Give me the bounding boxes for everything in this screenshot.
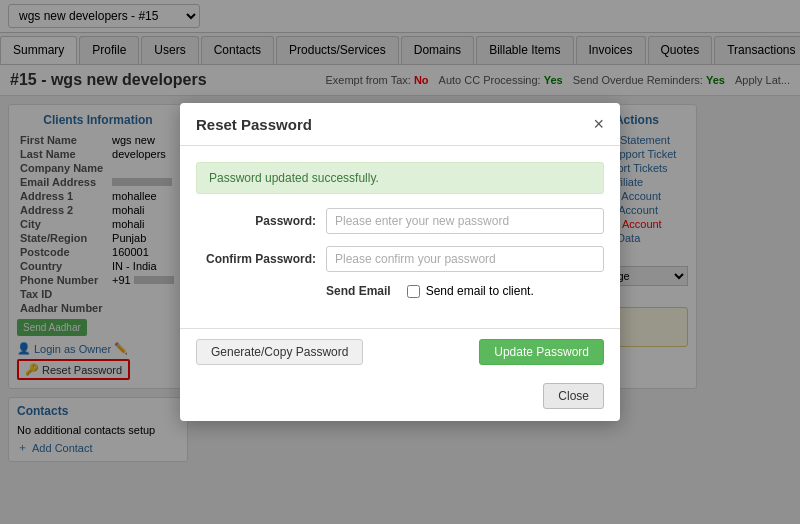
password-label: Password: [196,214,326,228]
password-row: Password: [196,208,604,234]
generate-copy-password-button[interactable]: Generate/Copy Password [196,339,363,365]
success-message: Password updated successfully. [196,162,604,194]
modal-close-button[interactable]: × [593,115,604,133]
modal-body: Password updated successfully. Password:… [180,146,620,328]
password-input[interactable] [326,208,604,234]
send-email-checkbox-label: Send email to client. [426,284,534,298]
confirm-password-label: Confirm Password: [196,252,326,266]
confirm-password-row: Confirm Password: [196,246,604,272]
modal-title: Reset Password [196,116,312,133]
send-email-label: Send Email [326,284,401,298]
reset-password-modal: Reset Password × Password updated succes… [180,103,620,421]
send-email-checkbox-area: Send Email Send email to client. [326,284,534,298]
modal-header: Reset Password × [180,103,620,146]
close-button[interactable]: Close [543,383,604,409]
modal-footer: Generate/Copy Password Update Password [180,328,620,375]
send-email-row: Send Email Send email to client. [196,284,604,298]
modal-overlay: Reset Password × Password updated succes… [0,0,800,524]
send-email-checkbox[interactable] [407,285,420,298]
confirm-password-input[interactable] [326,246,604,272]
update-password-button[interactable]: Update Password [479,339,604,365]
